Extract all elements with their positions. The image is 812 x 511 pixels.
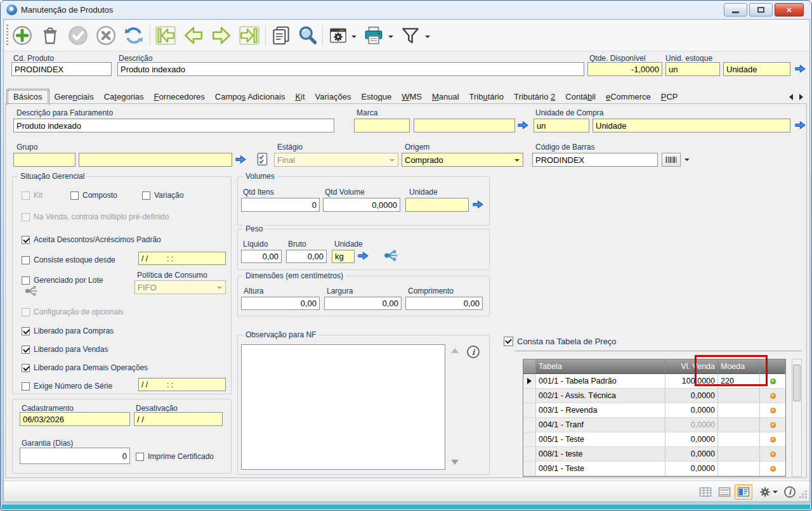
largura-field[interactable]: 0,00 xyxy=(324,297,402,310)
tab-manual[interactable]: Manual xyxy=(427,90,464,105)
consiste-estoque-date-field[interactable]: / / : : xyxy=(138,252,226,265)
table-row[interactable]: 004/1 - Tranf 0,0000 xyxy=(523,418,785,432)
add-button[interactable] xyxy=(10,23,34,48)
tab-scroll-left[interactable] xyxy=(787,92,796,102)
cadastramento-field[interactable]: 06/03/2026 xyxy=(20,412,130,426)
bruto-field[interactable]: 0,00 xyxy=(286,250,327,263)
table-row[interactable]: 008/1 - teste 0,0000 xyxy=(523,447,785,462)
qtd-volume-field[interactable]: 0,0000 xyxy=(323,198,400,212)
settings-button[interactable] xyxy=(326,23,350,48)
estagio-combo[interactable]: Final xyxy=(274,153,398,167)
gerenciado-lote-checkbox[interactable]: Gerenciado por Lote xyxy=(22,276,103,285)
configuracao-opcionais-checkbox[interactable]: Configuração de opcionais xyxy=(22,307,124,316)
tab-categorias[interactable]: Categorias xyxy=(99,90,149,105)
tab-gerenciais[interactable]: Gerenciais xyxy=(49,90,99,105)
table-scrollbar[interactable] xyxy=(792,359,802,477)
garantia-field[interactable]: 0 xyxy=(20,448,130,464)
tab-tributario[interactable]: Tributário xyxy=(464,90,509,105)
qtde-disponivel-field[interactable]: -1,0000 xyxy=(587,62,662,76)
altura-field[interactable]: 0,00 xyxy=(241,297,320,310)
next-record-button[interactable] xyxy=(209,23,233,48)
grupo-checklist-button[interactable] xyxy=(255,152,270,169)
print-dropdown[interactable] xyxy=(388,36,393,41)
unidade-compra-lookup-button[interactable] xyxy=(795,121,806,130)
col-header-moeda[interactable]: Moeda xyxy=(718,359,760,374)
exige-serie-date-field[interactable]: / / : : xyxy=(138,378,226,391)
exige-serie-checkbox[interactable]: Exige Número de Série xyxy=(22,382,112,391)
tab-estoque[interactable]: Estoque xyxy=(356,90,396,105)
barcode-button[interactable] xyxy=(662,153,681,167)
descricao-field[interactable]: Produto indexado xyxy=(117,62,584,76)
unid-estoque-lookup-button[interactable] xyxy=(795,65,806,74)
table-row[interactable]: 003/1 - Revenda 0,0000 xyxy=(523,403,785,418)
table-row[interactable]: 009/1 - Teste 0,0000 xyxy=(523,462,785,476)
table-row[interactable]: 002/1 - Assis. Técnica 0,0000 xyxy=(523,389,785,403)
print-button[interactable] xyxy=(362,23,386,48)
cancel-button[interactable] xyxy=(94,23,118,48)
tab-kit[interactable]: Kit xyxy=(290,90,310,105)
delete-button[interactable] xyxy=(38,23,62,48)
first-record-button[interactable] xyxy=(154,23,178,48)
filter-button[interactable] xyxy=(398,23,422,48)
volumes-unidade-lookup-button[interactable] xyxy=(473,200,484,209)
lote-network-button[interactable] xyxy=(24,285,38,300)
tab-fornecedores[interactable]: Fornecedores xyxy=(149,90,210,105)
qtd-itens-field[interactable]: 0 xyxy=(241,198,320,212)
previous-record-button[interactable] xyxy=(181,23,206,48)
filter-dropdown[interactable] xyxy=(425,36,430,41)
comprimento-field[interactable]: 0,00 xyxy=(405,297,483,310)
liberado-vendas-checkbox[interactable]: Liberado para Vendas xyxy=(22,345,108,354)
tab-scroll-right[interactable] xyxy=(797,92,806,102)
view-grid-button[interactable] xyxy=(697,484,714,500)
scrollbar-thumb[interactable] xyxy=(793,365,801,401)
scroll-up-icon[interactable] xyxy=(451,348,459,353)
last-record-button[interactable] xyxy=(237,23,261,48)
consta-tabela-preco-checkbox[interactable]: Consta na Tabela de Preço xyxy=(504,337,617,346)
cd-produto-field[interactable]: PRODINDEX xyxy=(11,62,112,76)
origem-combo[interactable]: Comprado xyxy=(402,153,523,167)
search-button[interactable] xyxy=(296,23,320,48)
unidade-compra-desc-field[interactable]: Unidade xyxy=(593,119,790,133)
refresh-button[interactable] xyxy=(122,23,146,48)
peso-unidade-lookup-button[interactable] xyxy=(358,252,369,261)
statusbar-info-button[interactable]: i xyxy=(782,484,798,500)
tab-variacoes[interactable]: Variações xyxy=(310,90,357,105)
composto-checkbox[interactable]: Composto xyxy=(70,191,117,200)
marca-lookup-button[interactable] xyxy=(518,121,529,130)
observacao-textarea[interactable] xyxy=(241,344,445,470)
codigo-barras-field[interactable]: PRODINDEX xyxy=(532,153,658,167)
statusbar-settings-button[interactable] xyxy=(757,484,779,500)
col-header-vl-venda[interactable]: Vl. Venda xyxy=(665,359,718,374)
settings-dropdown[interactable] xyxy=(351,36,357,41)
variacao-checkbox[interactable]: Variação xyxy=(142,191,183,200)
liberado-demais-checkbox[interactable]: Liberado para Demais Operações xyxy=(22,363,148,372)
unid-estoque-code-field[interactable]: un xyxy=(665,62,720,76)
table-row[interactable]: 005/1 - Teste 0,0000 xyxy=(523,432,785,447)
toolbar-grip[interactable] xyxy=(6,25,8,46)
kit-checkbox[interactable]: Kit xyxy=(22,191,43,200)
barcode-dropdown[interactable] xyxy=(684,158,690,164)
tab-ecommerce[interactable]: eCommerce xyxy=(601,90,656,105)
observacao-info-icon[interactable]: i xyxy=(467,346,480,358)
tab-contabil[interactable]: Contábil xyxy=(560,90,601,105)
resize-grip[interactable] xyxy=(799,491,807,498)
descricao-faturamento-field[interactable]: Produto indexado xyxy=(13,119,334,133)
unidade-compra-code-field[interactable]: un xyxy=(534,119,589,133)
desativacao-field[interactable]: / / xyxy=(134,412,223,426)
close-button[interactable]: × xyxy=(775,3,804,16)
unid-estoque-desc-field[interactable]: Unidade xyxy=(723,62,790,76)
tab-campos-adicionais[interactable]: Campos Adicionais xyxy=(210,90,291,105)
scroll-down-icon[interactable] xyxy=(451,460,459,465)
confirm-button[interactable] xyxy=(66,23,90,48)
peso-network-button[interactable] xyxy=(383,249,398,265)
aceita-descontos-checkbox[interactable]: Aceita Descontos/Acréscimos Padrão xyxy=(22,235,161,244)
politica-consumo-combo[interactable]: FIFO xyxy=(134,280,226,294)
grupo-desc-field[interactable] xyxy=(79,153,232,167)
liberado-compras-checkbox[interactable]: Liberado para Compras xyxy=(22,327,114,335)
tab-basicos[interactable]: Básicos xyxy=(6,89,49,105)
na-venda-multiplo-checkbox[interactable]: Na Venda, controla múltiplo pré-definido xyxy=(22,212,169,221)
imprime-certificado-checkbox[interactable]: Imprime Certificado xyxy=(136,452,214,461)
view-form-button[interactable] xyxy=(735,484,752,500)
col-header-tabela[interactable]: Tabela xyxy=(536,359,665,374)
view-list-button[interactable] xyxy=(716,484,733,500)
